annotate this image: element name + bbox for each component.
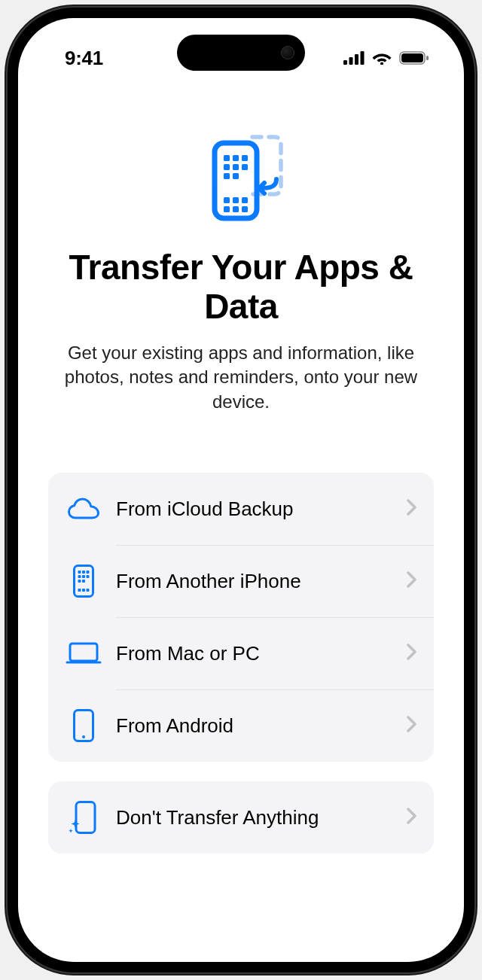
svg-rect-13 [233, 164, 239, 170]
svg-rect-12 [224, 164, 230, 170]
cloud-icon [62, 498, 105, 520]
page-subtitle: Get your existing apps and information, … [48, 341, 434, 414]
option-from-android[interactable]: From Android [48, 689, 434, 762]
svg-rect-1 [349, 57, 353, 65]
chevron-right-icon [407, 808, 417, 827]
option-label: From iCloud Backup [105, 498, 407, 521]
status-indicators [343, 51, 429, 65]
transfer-hero-icon [48, 129, 434, 227]
svg-rect-10 [233, 155, 239, 161]
chevron-right-icon [407, 644, 417, 663]
phone-screen: 9:41 [18, 18, 464, 962]
svg-point-38 [82, 735, 85, 738]
skip-option-group: Don't Transfer Anything [48, 781, 434, 854]
chevron-right-icon [407, 499, 417, 519]
dynamic-island [177, 35, 305, 71]
svg-rect-25 [82, 571, 85, 574]
svg-rect-17 [224, 197, 230, 203]
option-label: Don't Transfer Anything [105, 806, 407, 829]
phone-frame: 9:41 [8, 8, 474, 972]
svg-rect-9 [224, 155, 230, 161]
laptop-icon [62, 642, 105, 665]
wifi-icon [372, 51, 392, 65]
option-from-icloud-backup[interactable]: From iCloud Backup [48, 473, 434, 545]
option-dont-transfer[interactable]: Don't Transfer Anything [48, 781, 434, 854]
svg-rect-0 [343, 60, 347, 65]
cellular-signal-icon [343, 51, 365, 65]
svg-rect-31 [82, 580, 85, 583]
svg-rect-18 [233, 197, 239, 203]
svg-rect-20 [224, 206, 230, 212]
svg-rect-26 [87, 571, 90, 574]
svg-rect-14 [242, 164, 248, 170]
option-from-another-iphone[interactable]: From Another iPhone [48, 545, 434, 617]
option-label: From Android [105, 714, 407, 738]
transfer-options-group: From iCloud Backup [48, 473, 434, 762]
option-from-mac-or-pc[interactable]: From Mac or PC [48, 617, 434, 689]
svg-rect-33 [82, 589, 85, 592]
svg-rect-29 [87, 575, 90, 578]
svg-rect-11 [242, 155, 248, 161]
svg-rect-3 [361, 51, 365, 65]
svg-rect-2 [355, 54, 358, 65]
svg-rect-24 [78, 571, 81, 574]
chevron-right-icon [407, 571, 417, 591]
svg-rect-32 [78, 589, 81, 592]
android-phone-icon [62, 709, 105, 742]
svg-rect-34 [87, 589, 90, 592]
status-time: 9:41 [65, 47, 103, 70]
iphone-grid-icon [62, 565, 105, 598]
svg-rect-19 [242, 197, 248, 203]
svg-rect-36 [81, 662, 87, 664]
svg-rect-6 [401, 53, 423, 62]
svg-rect-16 [233, 173, 239, 179]
svg-rect-35 [70, 644, 97, 661]
page-title: Transfer Your Apps & Data [48, 248, 434, 326]
svg-rect-28 [82, 575, 85, 578]
battery-icon [399, 51, 429, 65]
option-label: From Another iPhone [105, 570, 407, 593]
main-content: Transfer Your Apps & Data Get your exist… [18, 77, 464, 854]
svg-rect-22 [242, 206, 248, 212]
option-label: From Mac or PC [105, 642, 407, 665]
svg-point-4 [380, 62, 383, 65]
new-device-sparkle-icon [62, 801, 105, 834]
svg-rect-27 [78, 575, 81, 578]
svg-rect-21 [233, 206, 239, 212]
camera-lens [281, 46, 294, 59]
svg-rect-39 [76, 802, 95, 833]
chevron-right-icon [407, 716, 417, 735]
svg-rect-7 [426, 56, 429, 60]
svg-rect-15 [224, 173, 230, 179]
svg-rect-30 [78, 580, 81, 583]
